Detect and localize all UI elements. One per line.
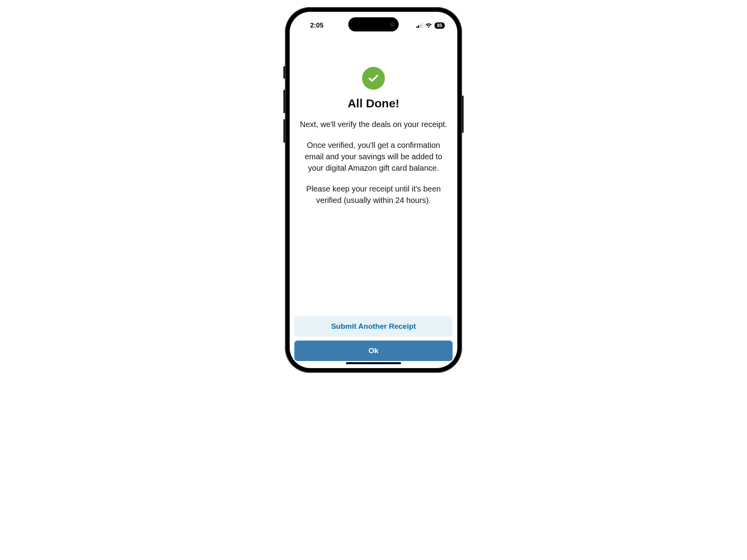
cellular-signal-icon — [416, 23, 423, 28]
front-camera-icon — [390, 22, 395, 27]
side-button-silent — [283, 66, 285, 79]
screen: 2:05 85 All Done! Nex — [290, 12, 457, 368]
home-indicator[interactable] — [346, 362, 401, 364]
paragraph-3: Please keep your receipt until it's been… — [295, 183, 452, 206]
success-check-icon — [362, 67, 385, 90]
side-button-volume-up — [283, 90, 285, 113]
battery-level: 85 — [435, 22, 445, 29]
paragraph-2: Once verified, you'll get a confirmation… — [295, 140, 452, 174]
side-button-volume-down — [283, 119, 285, 143]
main-content: All Done! Next, we'll verify the deals o… — [290, 34, 457, 316]
submit-another-receipt-button[interactable]: Submit Another Receipt — [294, 316, 453, 337]
ok-button[interactable]: Ok — [294, 341, 453, 361]
side-button-power — [462, 96, 464, 133]
phone-frame: 2:05 85 All Done! Nex — [285, 7, 462, 373]
paragraph-1: Next, we'll verify the deals on your rec… — [298, 119, 449, 130]
button-area: Submit Another Receipt Ok — [290, 316, 457, 368]
dynamic-island — [348, 17, 399, 31]
page-title: All Done! — [348, 97, 399, 110]
wifi-icon — [425, 23, 432, 28]
status-time: 2:05 — [301, 22, 324, 29]
